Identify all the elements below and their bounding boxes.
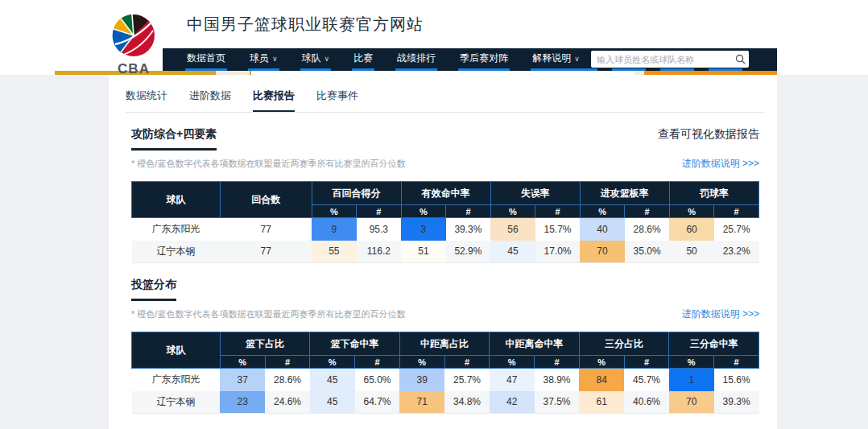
percentile-cell: 70 xyxy=(580,241,625,263)
chevron-down-icon: ∨ xyxy=(272,55,278,63)
value-cell: 38.9% xyxy=(535,369,580,391)
team-name: 广东东阳光 xyxy=(132,218,221,241)
page-title: 中国男子篮球职业联赛官方网站 xyxy=(187,14,424,35)
col-header-group: 三分占比 xyxy=(579,332,669,356)
col-header-group: 三分命中率 xyxy=(669,332,759,356)
col-header-group: 中距离命中率 xyxy=(490,332,580,356)
percentile-cell: 1 xyxy=(669,369,714,391)
four-factors-table-host: 球队回合数百回合得分有效命中率失误率进攻篮板率罚球率%#%#%#%#%#广东东阳… xyxy=(109,181,777,263)
tab-4[interactable]: 比赛事件 xyxy=(316,89,358,112)
percentile-cell: 45 xyxy=(310,369,355,391)
content-card: 数据统计进阶数据比赛报告比赛事件 攻防综合+四要素 查看可视化数据报告 * 橙色… xyxy=(109,75,777,429)
chevron-down-icon: ∨ xyxy=(324,55,330,63)
value-cell: 77 xyxy=(220,241,312,263)
stats-table: 球队篮下占比篮下命中率中距离占比中距离命中率三分占比三分命中率%#%#%#%#%… xyxy=(131,332,759,414)
percentile-cell: 37 xyxy=(220,369,265,391)
value-cell: 45.7% xyxy=(624,369,669,391)
value-cell: 15.7% xyxy=(535,218,581,241)
stats-table: 球队回合数百回合得分有效命中率失误率进攻篮板率罚球率%#%#%#%#%#广东东阳… xyxy=(131,181,759,263)
nav-item-1[interactable]: 数据首页 xyxy=(185,48,227,71)
col-subheader: # xyxy=(625,205,670,218)
value-cell: 15.6% xyxy=(714,369,759,391)
nav-item-7[interactable]: 解释说明∨ xyxy=(531,48,581,71)
section-title-shot-distribution: 投篮分布 xyxy=(131,278,176,301)
search-input[interactable] xyxy=(591,51,731,68)
table-row: 辽宁本钢2324.6%4564.7%7134.8%4237.5%6140.6%7… xyxy=(132,391,759,414)
value-cell: 28.6% xyxy=(265,369,310,391)
nav-items: 数据首页球员∨球队∨比赛战绩排行季后赛对阵解释说明∨ xyxy=(185,48,602,71)
value-cell: 39.3% xyxy=(714,391,759,414)
percentile-cell: 50 xyxy=(669,241,714,263)
percentile-cell: 9 xyxy=(312,218,357,241)
col-header-group: 中距离占比 xyxy=(399,332,490,356)
percentile-cell: 55 xyxy=(312,241,357,263)
percentile-cell: 23 xyxy=(220,391,265,414)
value-cell: 95.3 xyxy=(357,218,402,241)
nav-item-6[interactable]: 季后赛对阵 xyxy=(458,48,510,71)
percentile-cell: 51 xyxy=(401,241,446,263)
percentile-cell: 47 xyxy=(490,369,535,391)
team-name: 辽宁本钢 xyxy=(132,391,221,414)
value-cell: 35.0% xyxy=(625,241,670,263)
tab-divider xyxy=(126,112,765,113)
value-cell: 52.9% xyxy=(446,241,491,263)
report-tabs: 数据统计进阶数据比赛报告比赛事件 xyxy=(109,75,777,112)
col-subheader: % xyxy=(490,356,535,369)
percentile-cell: 70 xyxy=(669,391,714,414)
col-subheader: % xyxy=(490,205,535,218)
visual-report-link[interactable]: 查看可视化数据报告 xyxy=(658,127,759,142)
col-subheader: # xyxy=(535,356,580,369)
search-icon[interactable] xyxy=(731,54,749,64)
nav-underline-dash xyxy=(660,68,694,71)
col-subheader: # xyxy=(357,205,402,218)
col-subheader: # xyxy=(714,205,759,218)
percentile-cell: 84 xyxy=(579,369,624,391)
value-cell: 28.6% xyxy=(625,218,670,241)
search-box xyxy=(591,51,749,68)
advanced-data-link[interactable]: 进阶数据说明 >>> xyxy=(682,307,759,321)
col-subheader: # xyxy=(624,356,669,369)
section-title-four-factors: 攻防综合+四要素 xyxy=(131,127,217,151)
percentile-cell: 45 xyxy=(490,241,535,263)
shot-distribution-table-host: 球队篮下占比篮下命中率中距离占比中距离命中率三分占比三分命中率%#%#%#%#%… xyxy=(109,332,777,414)
nav-item-label: 球员 xyxy=(250,52,269,65)
value-cell: 25.7% xyxy=(444,369,490,391)
col-header-group: 失误率 xyxy=(490,182,580,205)
nav-item-5[interactable]: 战绩排行 xyxy=(395,48,437,71)
col-subheader: % xyxy=(312,205,357,218)
col-subheader: % xyxy=(401,205,446,218)
col-subheader: % xyxy=(310,356,355,369)
advanced-data-link[interactable]: 进阶数据说明 >>> xyxy=(682,157,759,171)
col-header-group: 有效命中率 xyxy=(401,182,490,205)
col-header-team: 球队 xyxy=(132,182,221,218)
nav-item-3[interactable]: 球队∨ xyxy=(300,48,332,71)
value-cell: 116.2 xyxy=(357,241,402,263)
team-name: 辽宁本钢 xyxy=(132,241,221,263)
nav-item-label: 数据首页 xyxy=(187,52,225,65)
nav-item-4[interactable]: 比赛 xyxy=(352,48,374,71)
percentile-cell: 61 xyxy=(579,391,624,414)
value-cell: 37.5% xyxy=(535,391,580,414)
value-cell: 25.7% xyxy=(714,218,759,241)
tab-2[interactable]: 进阶数据 xyxy=(189,89,231,112)
nav-item-2[interactable]: 球员∨ xyxy=(248,48,279,71)
col-header-team: 球队 xyxy=(132,332,221,369)
value-cell: 65.0% xyxy=(355,369,400,391)
cba-logo[interactable]: CBA xyxy=(111,8,156,77)
tab-1[interactable]: 数据统计 xyxy=(126,89,167,112)
nav-item-label: 比赛 xyxy=(353,52,373,65)
team-name: 广东东阳光 xyxy=(132,369,221,391)
percentile-cell: 45 xyxy=(310,391,355,414)
percentile-cell: 39 xyxy=(399,369,444,391)
col-header-group: 百回合得分 xyxy=(312,182,401,205)
percentile-cell: 40 xyxy=(580,218,625,241)
value-cell: 39.3% xyxy=(446,218,491,241)
nav-underline-dash xyxy=(612,68,646,71)
nav-item-label: 解释说明 xyxy=(532,52,571,65)
percentile-note: * 橙色/蓝色数字代表各项数据在联盟最近两赛季所有比赛里的百分位数 xyxy=(131,158,405,170)
percentile-cell: 3 xyxy=(401,218,446,241)
percentile-cell: 71 xyxy=(399,391,444,414)
nav-item-label: 球队 xyxy=(302,52,321,65)
tab-3[interactable]: 比赛报告 xyxy=(253,89,295,112)
col-header: 回合数 xyxy=(220,182,312,218)
